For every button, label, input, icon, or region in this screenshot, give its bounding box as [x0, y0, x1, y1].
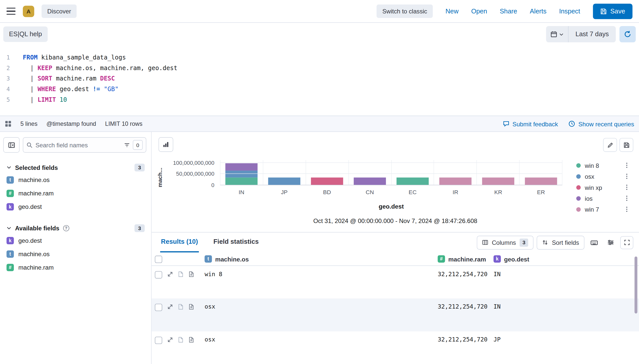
new-button[interactable]: New	[445, 8, 458, 15]
table-row[interactable]: osx 32,212,254,720 IN	[152, 298, 639, 331]
code-line-4: 4 | WHERE geo.dest != "GB"	[0, 84, 639, 94]
submit-feedback-link[interactable]: Submit feedback	[503, 120, 558, 127]
tab-results[interactable]: Results (10)	[160, 232, 199, 252]
select-all-checkbox[interactable]	[155, 255, 162, 263]
legend-menu-icon[interactable]	[626, 206, 628, 213]
bar-group-EC[interactable]	[391, 160, 434, 185]
refresh-button[interactable]	[619, 26, 636, 42]
share-button[interactable]: Share	[500, 8, 517, 15]
legend-label: win 7	[585, 206, 622, 213]
avatar[interactable]: A	[23, 6, 34, 17]
expand-document-icon[interactable]	[167, 337, 173, 343]
legend-item-ios[interactable]: ios	[576, 194, 628, 202]
legend-menu-icon[interactable]	[626, 173, 628, 180]
code-token: WHERE	[37, 86, 56, 93]
collapse-sidebar-button[interactable]	[3, 137, 20, 153]
bar-group-CN[interactable]	[348, 160, 391, 185]
results-tabs: Results (10) Field statistics	[160, 232, 259, 252]
table-row[interactable]: osx 32,212,254,720 JP	[152, 331, 639, 364]
table-row[interactable]: win 8 32,212,254,720 IN	[152, 266, 639, 298]
search-input[interactable]	[35, 141, 121, 148]
switch-to-classic-button[interactable]: Switch to classic	[377, 5, 433, 18]
available-fields-label: Available fields	[15, 225, 60, 231]
bar-segment-win-8[interactable]	[397, 178, 429, 185]
field-item-machine-ram[interactable]: # machine.ram	[3, 187, 146, 200]
time-range-button[interactable]: Last 7 days	[569, 26, 616, 42]
columns-button[interactable]: Columns 3	[477, 235, 534, 249]
alerts-button[interactable]: Alerts	[530, 8, 547, 15]
bar-group-IN[interactable]	[220, 160, 263, 185]
breadcrumb-discover[interactable]: Discover	[42, 5, 77, 18]
column-header-geo-dest[interactable]: k geo.dest	[490, 255, 639, 262]
field-item-machine-os[interactable]: t machine.os	[3, 173, 146, 187]
degraded-doc-icon[interactable]	[178, 271, 184, 277]
expand-document-icon[interactable]	[167, 304, 173, 310]
display-options-button[interactable]	[604, 236, 617, 249]
bar-segment-ios[interactable]	[225, 164, 258, 171]
legend-item-winxp[interactable]: win xp	[576, 183, 628, 191]
bar-segment-win-xp[interactable]	[311, 178, 343, 185]
field-item-machine-os[interactable]: t machine.os	[3, 247, 146, 260]
doc-viewer-icon[interactable]	[188, 271, 194, 277]
menu-icon[interactable]	[7, 8, 15, 15]
legend-item-win8[interactable]: win 8	[576, 161, 628, 169]
field-item-machine-ram[interactable]: # machine.ram	[3, 260, 146, 274]
field-item-geo-dest[interactable]: k geo.dest	[3, 200, 146, 213]
inspect-button[interactable]: Inspect	[559, 8, 580, 15]
row-checkbox[interactable]	[155, 271, 162, 278]
filter-count-badge[interactable]: 0	[133, 140, 143, 150]
legend-item-osx[interactable]: osx	[576, 172, 628, 180]
esql-editor[interactable]: 1 FROM kibana_sample_data_logs 2 | KEEP …	[0, 46, 639, 116]
sort-fields-button[interactable]: Sort fields	[537, 235, 585, 249]
tab-field-statistics[interactable]: Field statistics	[213, 232, 259, 252]
bar-segment-win-7[interactable]	[525, 178, 557, 185]
bar-group-BD[interactable]	[306, 160, 348, 185]
doc-viewer-icon[interactable]	[188, 337, 194, 343]
help-icon[interactable]: ?	[63, 225, 69, 231]
open-button[interactable]: Open	[471, 8, 487, 15]
expand-document-icon[interactable]	[167, 271, 173, 277]
chart-options-button[interactable]	[159, 137, 173, 152]
edit-visualization-button[interactable]	[603, 138, 617, 152]
bar-segment-osx[interactable]	[225, 171, 258, 178]
row-select-cell	[155, 271, 167, 279]
bar-JP	[268, 160, 300, 185]
field-item-geo-dest[interactable]: k geo.dest	[3, 234, 146, 247]
bar-segment-win-7[interactable]	[439, 178, 472, 185]
column-header-machine-ram[interactable]: # machine.ram	[435, 255, 490, 262]
column-header-machine-os[interactable]: t machine.os	[201, 255, 435, 262]
keyboard-icon	[591, 239, 598, 246]
date-picker-calendar-button[interactable]	[546, 26, 569, 42]
bar-group-ER[interactable]	[519, 160, 562, 185]
chevron-down-icon	[559, 32, 564, 36]
bar-group-IR[interactable]	[434, 160, 477, 185]
legend-item-win7[interactable]: win 7	[576, 205, 628, 213]
filter-icon[interactable]	[124, 142, 130, 148]
row-checkbox[interactable]	[155, 304, 162, 311]
save-button[interactable]: Save	[593, 4, 632, 19]
bar-group-KR[interactable]	[477, 160, 519, 185]
save-visualization-button[interactable]	[619, 138, 633, 152]
keyboard-shortcuts-button[interactable]	[588, 236, 600, 249]
code-token: machine.os, machine.ram, geo.dest	[52, 64, 177, 72]
vertical-scrollbar[interactable]	[634, 256, 637, 313]
esql-help-button[interactable]: ES|QL help	[3, 27, 48, 42]
columns-label: Columns	[492, 239, 516, 246]
show-recent-queries-link[interactable]: Show recent queries	[569, 120, 634, 127]
degraded-doc-icon[interactable]	[178, 337, 184, 343]
available-fields-header[interactable]: Available fields ? 3	[3, 223, 146, 233]
legend-menu-icon[interactable]	[626, 195, 628, 201]
bar-segment-win-7[interactable]	[482, 178, 514, 185]
row-checkbox[interactable]	[155, 337, 162, 344]
legend-menu-icon[interactable]	[626, 184, 628, 191]
bar-group-JP[interactable]	[263, 160, 306, 185]
degraded-doc-icon[interactable]	[178, 304, 184, 310]
bar-segment-ios[interactable]	[354, 178, 386, 185]
fullscreen-button[interactable]	[620, 236, 633, 249]
bar-segment-osx[interactable]	[268, 178, 300, 185]
doc-viewer-icon[interactable]	[188, 304, 194, 310]
cell-machine-os: osx	[201, 336, 435, 343]
legend-menu-icon[interactable]	[626, 162, 628, 169]
selected-fields-header[interactable]: Selected fields 3	[3, 163, 146, 172]
bar-segment-win-8[interactable]	[225, 178, 258, 185]
